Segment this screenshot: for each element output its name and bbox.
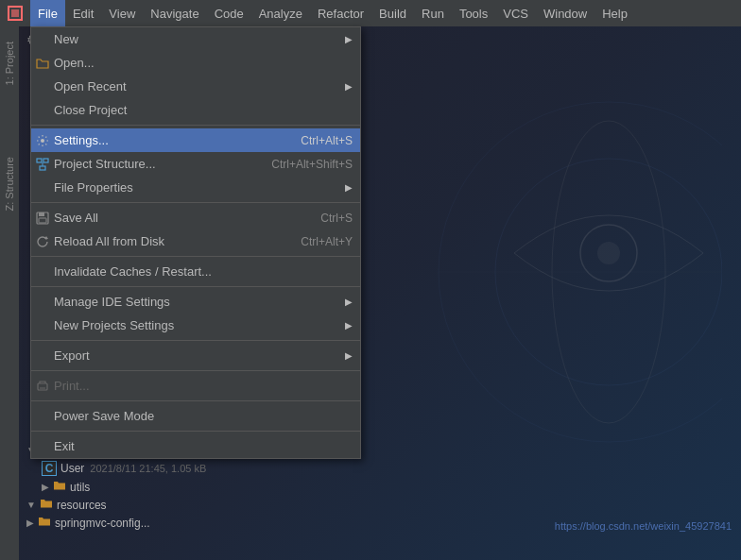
menu-item-reload[interactable]: Reload All from Disk Ctrl+Alt+Y <box>31 229 360 253</box>
menu-analyze[interactable]: Analyze <box>251 0 310 26</box>
svg-rect-4 <box>40 166 45 170</box>
folder-utils-icon <box>53 480 66 494</box>
settings-shortcut: Ctrl+Alt+S <box>301 134 353 147</box>
svg-rect-2 <box>37 159 42 162</box>
submenu-arrow-export: ▶ <box>345 350 353 361</box>
submenu-arrow-manage: ▶ <box>345 297 353 307</box>
save-icon <box>35 212 50 225</box>
menu-item-exit[interactable]: Exit <box>31 434 360 458</box>
tree-item-springmvc[interactable]: ▶ springmvc-config... <box>19 514 321 532</box>
menu-refactor[interactable]: Refactor <box>310 0 371 26</box>
tree-item-resources[interactable]: ▼ resources <box>19 496 321 514</box>
folder-resources-icon <box>40 498 53 512</box>
app-logo <box>0 0 30 26</box>
menu-item-open[interactable]: Open... <box>31 51 360 75</box>
menu-code[interactable]: Code <box>207 0 251 26</box>
menu-item-close-project[interactable]: Close Project <box>31 98 360 122</box>
menu-item-new[interactable]: New ▶ <box>31 27 360 51</box>
svg-rect-1 <box>11 9 19 17</box>
menu-view[interactable]: View <box>101 0 143 26</box>
tree-item-user[interactable]: C User 2021/8/11 21:45, 1.05 kB <box>19 459 321 478</box>
submenu-arrow-recent: ▶ <box>345 81 353 92</box>
project-structure-icon <box>35 158 50 171</box>
separator-4 <box>31 286 360 287</box>
separator-2 <box>31 202 360 203</box>
sidebar-item-project[interactable]: 1: Project <box>2 34 17 93</box>
folder-utils-label: utils <box>70 481 90 494</box>
background-decoration <box>420 83 722 461</box>
menu-vcs[interactable]: VCS <box>495 0 536 26</box>
menu-item-power-save[interactable]: Power Save Mode <box>31 404 360 428</box>
svg-rect-11 <box>40 387 45 389</box>
menu-window[interactable]: Window <box>536 0 595 26</box>
menu-item-settings[interactable]: Settings... Ctrl+Alt+S <box>31 128 360 152</box>
reload-shortcut: Ctrl+Alt+Y <box>301 235 353 248</box>
menu-edit[interactable]: Edit <box>65 0 101 26</box>
file-dropdown-menu: New ▶ Open... Open Recent ▶ Close Projec… <box>30 26 361 459</box>
file-user-icon: C <box>42 461 57 476</box>
project-structure-shortcut: Ctrl+Alt+Shift+S <box>271 158 353 171</box>
svg-rect-8 <box>39 218 46 223</box>
arrow-utils: ▶ <box>42 482 49 492</box>
arrow-springmvc: ▶ <box>26 518 34 528</box>
menu-item-file-properties[interactable]: File Properties ▶ <box>31 176 360 199</box>
arrow-resources: ▼ <box>26 500 36 510</box>
watermark-url: https://blog.csdn.net/weixin_45927841 <box>555 520 732 532</box>
folder-springmvc-label: springmvc-config... <box>55 517 150 530</box>
folder-resources-label: resources <box>57 499 107 512</box>
menu-item-project-structure[interactable]: Project Structure... Ctrl+Alt+Shift+S <box>31 152 360 176</box>
separator-7 <box>31 400 360 401</box>
folder-springmvc-icon <box>38 516 51 530</box>
submenu-arrow-new: ▶ <box>345 34 353 44</box>
menu-item-save-all[interactable]: Save All Ctrl+S <box>31 206 360 229</box>
separator-5 <box>31 340 360 341</box>
open-folder-icon <box>35 58 50 69</box>
svg-point-17 <box>597 242 620 264</box>
svg-rect-7 <box>39 212 44 216</box>
menu-help[interactable]: Help <box>595 0 635 26</box>
menu-item-export[interactable]: Export ▶ <box>31 344 360 367</box>
separator-6 <box>31 370 360 371</box>
tree-item-utils[interactable]: ▶ utils <box>19 478 321 496</box>
submenu-arrow-newprojects: ▶ <box>345 320 353 331</box>
menu-item-open-recent[interactable]: Open Recent ▶ <box>31 75 360 98</box>
menu-item-invalidate[interactable]: Invalidate Caches / Restart... <box>31 260 360 283</box>
menu-item-manage-ide[interactable]: Manage IDE Settings ▶ <box>31 290 360 314</box>
menubar: File Edit View Navigate Code Analyze Ref… <box>0 0 741 26</box>
menu-build[interactable]: Build <box>371 0 414 26</box>
separator-1 <box>31 125 360 126</box>
separator-8 <box>31 431 360 432</box>
file-user-label: User <box>60 462 84 475</box>
menu-file[interactable]: File <box>30 0 65 26</box>
menu-run[interactable]: Run <box>414 0 452 26</box>
settings-icon <box>35 134 50 147</box>
save-all-shortcut: Ctrl+S <box>320 212 353 225</box>
menu-navigate[interactable]: Navigate <box>143 0 206 26</box>
submenu-arrow-fileprops: ▶ <box>345 182 353 193</box>
menu-item-new-projects[interactable]: New Projects Settings ▶ <box>31 314 360 337</box>
reload-icon <box>35 235 50 248</box>
svg-rect-3 <box>43 159 48 162</box>
menu-tools[interactable]: Tools <box>452 0 495 26</box>
print-icon <box>35 380 50 393</box>
separator-3 <box>31 256 360 257</box>
menu-item-print: Print... <box>31 374 360 398</box>
sidebar-panel: 1: Project Z: Structure <box>0 26 19 560</box>
sidebar-item-structure[interactable]: Z: Structure <box>2 149 17 218</box>
file-user-meta: 2021/8/11 21:45, 1.05 kB <box>90 463 206 474</box>
